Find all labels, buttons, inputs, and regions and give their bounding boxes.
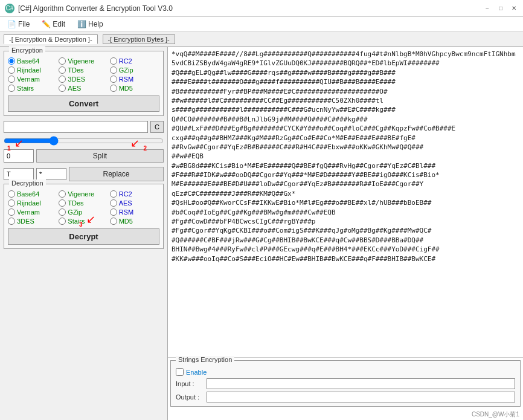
menu-help-label: Help	[88, 20, 103, 28]
enc-radio-base64[interactable]: Base64	[8, 57, 57, 65]
convert-button[interactable]: Convert	[8, 95, 159, 112]
enc-radio-rsm-input[interactable]	[110, 76, 117, 83]
dec-radio-md5-input[interactable]	[110, 218, 117, 225]
dec-radio-base64[interactable]: Base64	[8, 190, 57, 198]
enc-radio-aes-label: AES	[68, 85, 81, 92]
enc-radio-base64-input[interactable]	[8, 57, 15, 65]
enc-radio-rc2[interactable]: RC2	[110, 57, 159, 65]
strings-input-field[interactable]	[207, 378, 515, 389]
file-icon: 📄	[7, 20, 16, 28]
enc-radio-vigenere-input[interactable]	[59, 57, 66, 65]
info-icon: ℹ️	[77, 20, 86, 28]
dec-radio-3des-input[interactable]	[8, 218, 15, 225]
decryption-group-title: Decryption	[9, 179, 46, 187]
main-layout: Encryption Base64 Vigenere RC2 Rijndael	[0, 47, 523, 420]
dec-radio-base64-input[interactable]	[8, 190, 15, 198]
dec-radio-tdes-label: TDes	[68, 199, 83, 207]
split-button[interactable]: Split	[36, 149, 164, 163]
app-title: [C#] Algorithm Converter & Encryption To…	[18, 4, 173, 13]
maximize-button[interactable]: □	[496, 4, 505, 13]
enc-radio-3des-input[interactable]	[59, 76, 66, 83]
dec-radio-rijndael[interactable]: Rijndael	[8, 199, 57, 207]
menu-file[interactable]: 📄 File	[5, 19, 32, 30]
dec-radio-gzip[interactable]: GZip	[59, 208, 108, 216]
main-text-input[interactable]	[4, 121, 148, 133]
enc-radio-md5-input[interactable]	[110, 85, 117, 92]
dec-radio-vigenere[interactable]: Vigenere	[59, 190, 108, 198]
menu-bar: 📄 File ✏️ Edit ℹ️ Help	[0, 17, 523, 31]
enc-radio-tdes[interactable]: TDes	[59, 66, 108, 74]
enc-radio-md5-label: MD5	[119, 85, 133, 92]
replace-button[interactable]: Replace	[69, 167, 164, 181]
dec-radio-tdes[interactable]: TDes	[59, 199, 108, 207]
split-area: Split ↙ 1 ↙ 2	[4, 147, 164, 163]
enc-radio-stairs[interactable]: Stairs	[8, 85, 57, 92]
enc-radio-rsm[interactable]: RSM	[110, 76, 159, 83]
enc-radio-md5[interactable]: MD5	[110, 85, 159, 92]
split-row: Split	[4, 149, 164, 163]
enc-radio-gzip[interactable]: GZip	[110, 66, 159, 74]
dec-radio-rsm-input[interactable]	[110, 208, 117, 216]
enc-radio-gzip-input[interactable]	[110, 66, 117, 74]
replace-from-input[interactable]	[4, 168, 34, 180]
strings-enc-title: Strings Encryption	[176, 356, 234, 363]
dec-radio-aes-input[interactable]	[110, 199, 117, 207]
dec-radio-aes[interactable]: AES	[110, 199, 159, 207]
menu-edit-label: Edit	[53, 20, 65, 28]
dec-radio-vigenere-label: Vigenere	[68, 190, 94, 198]
decrypt-button[interactable]: Decrypt	[8, 228, 159, 245]
dec-radio-vernam[interactable]: Vernam	[8, 208, 57, 216]
menu-edit[interactable]: ✏️ Edit	[39, 19, 68, 30]
enc-radio-stairs-label: Stairs	[17, 85, 34, 92]
dec-radio-gzip-input[interactable]	[59, 208, 66, 216]
output-text-area[interactable]: *vqQ##M####E####//8##Lg###########Q#####…	[168, 47, 523, 358]
enc-radio-tdes-input[interactable]	[59, 66, 66, 74]
enc-radio-vernam-input[interactable]	[8, 76, 15, 83]
dec-radio-stairs[interactable]: Stairs	[59, 218, 108, 225]
split-number-input[interactable]	[4, 149, 34, 163]
dec-radio-rc2-input[interactable]	[110, 190, 117, 198]
enc-radio-stairs-input[interactable]	[8, 85, 15, 92]
dec-radio-rijndael-input[interactable]	[8, 199, 15, 207]
dec-radio-rsm[interactable]: RSM	[110, 208, 159, 216]
enc-radio-vigenere[interactable]: Vigenere	[59, 57, 108, 65]
enc-radio-aes-input[interactable]	[59, 85, 66, 92]
clear-button[interactable]: C	[150, 121, 164, 133]
title-bar: C# [C#] Algorithm Converter & Encryption…	[0, 0, 523, 17]
dec-radio-rc2[interactable]: RC2	[110, 190, 159, 198]
enc-radio-gzip-label: GZip	[119, 66, 133, 74]
left-panel: Encryption Base64 Vigenere RC2 Rijndael	[0, 47, 168, 420]
slider-row	[4, 137, 164, 145]
dec-radio-vigenere-input[interactable]	[59, 190, 66, 198]
number-spin-wrap	[4, 149, 34, 163]
menu-help[interactable]: ℹ️ Help	[75, 19, 106, 30]
dec-radio-vernam-input[interactable]	[8, 208, 15, 216]
enc-radio-aes[interactable]: AES	[59, 85, 108, 92]
dec-radio-rc2-label: RC2	[119, 190, 132, 198]
replace-to-input[interactable]	[36, 168, 66, 180]
enc-radio-rijndael[interactable]: Rijndael	[8, 66, 57, 74]
enc-radio-vernam[interactable]: Vernam	[8, 76, 57, 83]
close-button[interactable]: ✕	[510, 4, 518, 13]
menu-file-label: File	[18, 20, 30, 28]
enc-radio-3des[interactable]: 3DES	[59, 76, 108, 83]
input-strings-row: Input :	[176, 378, 515, 389]
dec-radio-3des[interactable]: 3DES	[8, 218, 57, 225]
dec-radio-md5[interactable]: MD5	[110, 218, 159, 225]
decryption-radio-grid: Base64 Vigenere RC2 Rijndael TDes	[8, 190, 159, 225]
dec-radio-stairs-input[interactable]	[59, 218, 66, 225]
dec-radio-tdes-input[interactable]	[59, 199, 66, 207]
tab-encryption-decryption[interactable]: -[ Encryption & Decryption ]-	[4, 34, 98, 44]
value-slider[interactable]	[4, 137, 164, 145]
title-bar-left: C# [C#] Algorithm Converter & Encryption…	[5, 4, 173, 13]
dec-radio-3des-label: 3DES	[17, 218, 34, 225]
tab-encryption-bytes[interactable]: -[ Encryption Bytes ]-	[103, 34, 175, 44]
minimize-button[interactable]: −	[483, 4, 492, 13]
dec-radio-aes-label: AES	[119, 199, 132, 207]
enc-radio-rc2-input[interactable]	[110, 57, 117, 65]
dec-radio-stairs-label: Stairs	[68, 218, 85, 225]
strings-output-field[interactable]	[207, 392, 515, 402]
watermark: CSDN_@W小菊1	[168, 409, 523, 420]
enc-radio-rijndael-input[interactable]	[8, 66, 15, 74]
enable-checkbox[interactable]	[176, 368, 184, 376]
